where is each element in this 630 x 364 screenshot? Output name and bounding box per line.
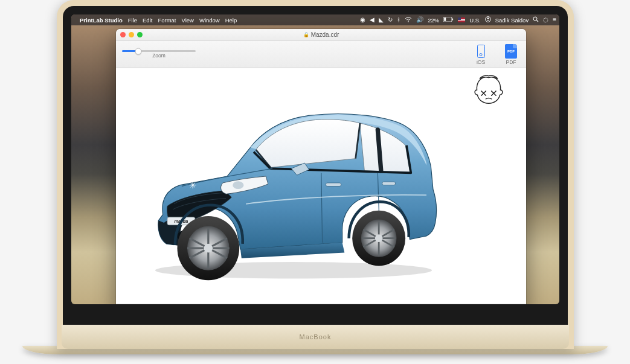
svg-point-11 [233, 181, 243, 189]
toolbar: Zoom iOS PDF PDF [116, 41, 526, 68]
menu-edit[interactable]: Edit [143, 17, 152, 24]
spotlight-icon[interactable] [533, 16, 539, 24]
svg-rect-3 [452, 18, 454, 20]
app-menu[interactable]: PrintLab Studio [80, 17, 123, 24]
lock-icon: 🔒 [303, 32, 309, 37]
timemachine-icon[interactable]: ↻ [388, 17, 393, 23]
menu-help[interactable]: Help [225, 17, 237, 24]
zoom-slider-thumb[interactable] [135, 48, 141, 54]
svg-line-7 [537, 20, 539, 22]
bookmark-icon[interactable]: ◣ [379, 17, 384, 23]
input-source-label[interactable]: U.S. [469, 17, 480, 24]
car-graphic[interactable]: mazda [124, 90, 463, 289]
svg-point-6 [533, 17, 537, 21]
svg-rect-10 [382, 182, 396, 185]
ios-label: iOS [477, 59, 485, 65]
titlebar: 🔒 Mazda.cdr [116, 29, 526, 41]
volume-icon[interactable]: 🔊 [416, 17, 423, 23]
bluetooth-icon[interactable]: ᚼ [397, 17, 400, 23]
pdf-file-icon: PDF [505, 44, 517, 59]
svg-rect-9 [326, 183, 341, 187]
pdf-label: PDF [506, 59, 516, 65]
camera-icon[interactable]: ◉ [360, 17, 365, 23]
battery-percent[interactable]: 22% [428, 17, 439, 24]
macbook-frame: PrintLab Studio File Edit Format View Wi… [57, 0, 574, 349]
canvas[interactable]: mazda [116, 68, 526, 304]
menu-format[interactable]: Format [158, 17, 176, 24]
menu-window[interactable]: Window [199, 17, 220, 24]
zoom-label: Zoom [152, 53, 166, 59]
pdf-export-button[interactable]: PDF PDF [502, 44, 520, 65]
control-center-icon[interactable]: ◌ [543, 17, 548, 23]
svg-point-22 [375, 234, 383, 242]
desktop-wallpaper: PrintLab Studio File Edit Format View Wi… [71, 14, 559, 304]
user-avatar-icon[interactable] [485, 16, 491, 24]
face-doodle[interactable] [472, 74, 506, 106]
svg-rect-2 [444, 18, 446, 21]
minimize-button[interactable] [129, 32, 134, 37]
macbook-base: MacBook [62, 325, 569, 349]
phone-icon [477, 45, 485, 58]
window-title: Mazda.cdr [311, 31, 339, 38]
svg-point-5 [487, 18, 489, 19]
user-name[interactable]: Sadik Saidov [495, 17, 529, 24]
ios-export-button[interactable]: iOS [472, 44, 490, 65]
notification-center-icon[interactable]: ≡ [553, 17, 556, 23]
menubar: PrintLab Studio File Edit Format View Wi… [71, 14, 559, 25]
battery-icon[interactable] [443, 17, 454, 23]
menu-view[interactable]: View [182, 17, 194, 24]
location-icon[interactable]: ◀ [370, 17, 374, 23]
app-window: 🔒 Mazda.cdr Zoom iOS [116, 29, 526, 304]
status-bar: Hint: To move the Graphic, hit mouse and… [116, 304, 526, 304]
device-label: MacBook [300, 333, 332, 340]
wifi-icon[interactable] [405, 17, 412, 24]
svg-point-29 [204, 244, 213, 253]
svg-point-0 [408, 21, 409, 22]
zoom-slider[interactable] [122, 50, 196, 52]
input-source-flag-icon[interactable] [458, 18, 465, 22]
close-button[interactable] [120, 32, 126, 37]
menu-file[interactable]: File [128, 17, 137, 24]
zoom-button[interactable] [137, 32, 143, 37]
